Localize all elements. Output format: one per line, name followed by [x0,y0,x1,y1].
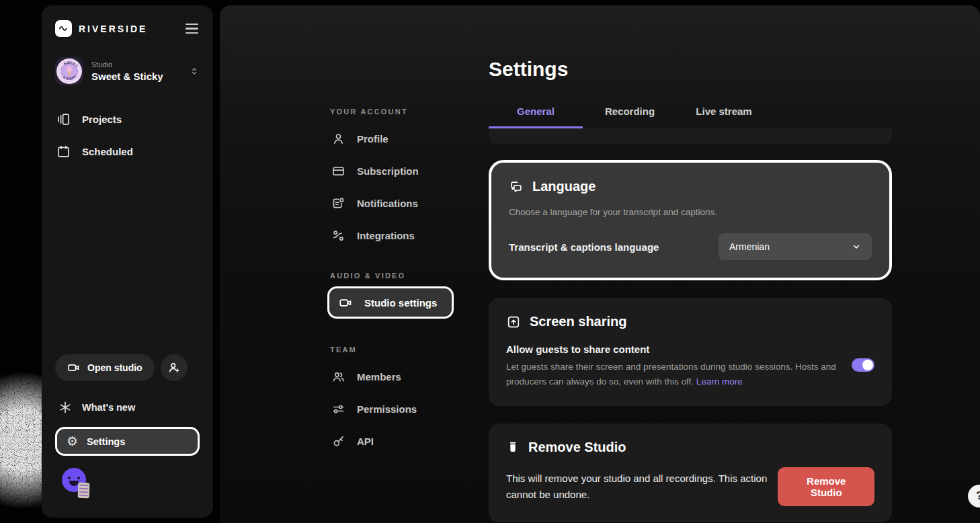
settings-label: Settings [87,436,125,447]
settings-nav-item-members[interactable]: Members [327,360,462,393]
video-camera-icon [337,296,354,310]
settings-nav-label: Members [357,371,401,383]
chevron-up-down-icon [189,65,200,78]
allow-guests-toggle-on[interactable] [852,358,874,372]
sliders-icon [330,402,346,416]
chat-bubbles-icon [509,179,524,194]
brand-name: RIVERSIDE [79,24,147,34]
sidebar-item-scheduled[interactable]: Scheduled [55,135,200,167]
section-title-audio-video: AUDIO & VIDEO [330,272,462,280]
trash-icon [506,440,520,454]
studio-name: Sweet & Sticky [91,71,181,82]
settings-nav-item-integrations[interactable]: Integrations [327,219,462,251]
studio-kicker: Studio [91,61,181,69]
riverside-logo[interactable]: RIVERSIDE [55,20,147,37]
sidebar-item-settings-active[interactable]: ⚙ Settings [55,427,200,456]
section-title-your-account: YOUR ACCOUNT [330,108,462,116]
studio-avatar: SWEET & STICKY [55,57,83,85]
language-card-highlighted: Language Choose a language for your tran… [489,160,892,280]
riverside-app: RIVERSIDE SWEET & STICKY Studio Sw [0,0,980,523]
language-card-title: Language [532,179,596,194]
remove-studio-card: Remove Studio This will remove your stud… [489,424,892,522]
chevron-down-icon [850,241,862,253]
remove-studio-description: This will remove your studio and all rec… [506,471,778,502]
remove-studio-button[interactable]: Remove Studio [778,467,874,506]
sidebar-item-label: Scheduled [82,146,133,157]
whats-new-item[interactable]: What's new [58,400,200,415]
settings-nav-item-subscription[interactable]: Subscription [327,155,462,187]
section-title-team: TEAM [330,346,462,354]
projects-icon [55,112,71,126]
sparkle-icon [58,400,73,415]
language-card-description: Choose a language for your transcript an… [509,207,872,217]
settings-nav-item-studio-settings-active[interactable]: Studio settings [327,286,454,319]
allow-guests-description: Let guests share their screen and presen… [506,360,852,390]
key-icon [330,434,346,448]
language-select-value: Armenian [729,241,770,252]
settings-nav: YOUR ACCOUNT Profile Subscription Notifi… [327,108,462,457]
allow-guests-description-text: Let guests share their screen and presen… [506,362,836,387]
learn-more-link[interactable]: Learn more [696,376,743,387]
invite-button[interactable] [161,354,188,381]
settings-nav-item-notifications[interactable]: Notifications [327,187,462,219]
screen-sharing-title: Screen sharing [530,314,627,329]
sidebar: RIVERSIDE SWEET & STICKY Studio Sw [42,5,213,518]
language-select[interactable]: Armenian [719,233,872,260]
tab-general[interactable]: General [489,97,583,128]
settings-content: Settings General Recording Live stream L… [489,5,892,522]
allow-guests-label: Allow guests to share content [506,344,852,355]
settings-tabs: General Recording Live stream [489,97,892,128]
video-camera-icon [67,361,81,374]
remove-studio-title: Remove Studio [528,440,626,455]
person-plus-icon [167,361,181,374]
whats-new-label: What's new [82,402,135,413]
settings-nav-label: Studio settings [364,297,437,309]
studio-switcher[interactable]: SWEET & STICKY Studio Sweet & Sticky [55,57,200,85]
page-title: Settings [489,58,892,81]
open-studio-button[interactable]: Open studio [55,354,155,381]
credit-card-icon [330,164,346,178]
people-icon [330,370,346,384]
tab-recording[interactable]: Recording [583,97,677,128]
screen-share-icon [506,315,521,329]
collapse-menu-icon[interactable] [184,21,200,36]
settings-nav-item-permissions[interactable]: Permissions [327,393,462,425]
language-field-label: Transcript & captions language [509,241,659,253]
sidebar-item-projects[interactable]: Projects [55,103,200,135]
settings-nav-label: API [357,436,374,447]
settings-nav-item-profile[interactable]: Profile [327,122,462,155]
avatar-stamp-badge [78,483,90,499]
settings-nav-label: Subscription [357,165,419,177]
screen-sharing-card: Screen sharing Allow guests to share con… [489,298,892,406]
settings-nav-label: Profile [357,133,389,145]
settings-nav-label: Permissions [357,403,417,415]
integrations-icon [330,229,346,243]
scrolled-card-bottom [489,128,892,144]
notifications-icon [330,196,346,210]
tab-live-stream[interactable]: Live stream [677,97,771,128]
calendar-icon [55,145,71,159]
help-glyph: ? [976,490,980,502]
user-avatar[interactable] [55,467,200,506]
main-panel: YOUR ACCOUNT Profile Subscription Notifi… [220,5,980,523]
wave-logo-icon [55,20,72,37]
settings-nav-label: Integrations [357,230,415,241]
settings-nav-item-api[interactable]: API [327,425,462,457]
sidebar-item-label: Projects [82,114,122,125]
open-studio-label: Open studio [87,362,142,373]
gear-icon: ⚙ [67,435,78,448]
person-icon [330,132,346,146]
settings-nav-label: Notifications [357,198,418,209]
